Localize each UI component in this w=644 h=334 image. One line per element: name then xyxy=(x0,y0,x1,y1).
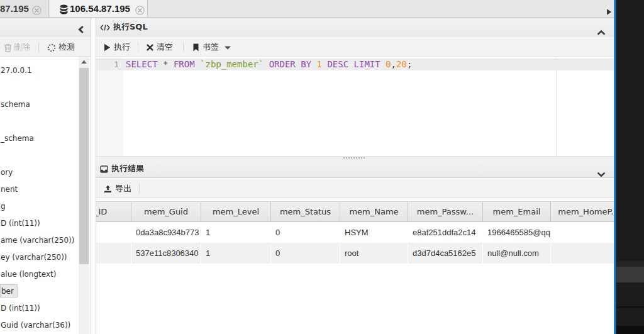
tree-item-label: alue (longtext) xyxy=(0,270,56,279)
check-button[interactable] xyxy=(47,37,75,57)
grid-header-cell[interactable]: mem_Email xyxy=(483,202,551,221)
tree-item[interactable]: ory xyxy=(0,164,79,181)
tree-item-label: _schema xyxy=(0,134,34,143)
tree-item[interactable]: Guid (varchar(36)) xyxy=(0,317,79,334)
grid-data-row[interactable]: 537e11c830634010rootd3d7d4ca5162e5null@n… xyxy=(96,243,614,264)
sidebar: 27.0.0.1schema_schemaorynentgD (int(11))… xyxy=(0,18,91,334)
grid-data-row[interactable]: 0da3a8c934b77310HSYMe8af251ddfa2c1419664… xyxy=(96,222,614,243)
tree-item[interactable]: g xyxy=(0,198,79,215)
export-button-label xyxy=(115,184,131,193)
sidebar-toolbar xyxy=(0,37,91,57)
scrollbar-thumb[interactable] xyxy=(79,68,89,264)
sql-editor[interactable]: 1 SELECT * FROM `zbp_member` ORDER BY 1 … xyxy=(96,57,614,156)
sidebar-collapse-button[interactable] xyxy=(77,23,86,31)
grid-cell: 1966465585@qq xyxy=(483,222,551,243)
sql-token-keyword: FROM xyxy=(174,59,195,69)
grid-header-cell[interactable]: mem_Name xyxy=(340,202,408,221)
editor-gutter: 1 xyxy=(96,57,123,156)
tree-item-label: 27.0.0.1 xyxy=(0,66,32,75)
results-icon xyxy=(100,165,108,173)
delete-button-label xyxy=(14,42,30,52)
grid-cell: 0 xyxy=(271,243,340,264)
check-button-label xyxy=(58,42,75,52)
export-button[interactable] xyxy=(104,179,131,198)
tree-item[interactable]: ber xyxy=(0,283,79,300)
results-grid-viewport: mem_IDmem_Guidmem_Levelmem_Statusmem_Nam… xyxy=(96,201,614,264)
grid-header-cell[interactable]: mem_HomeP... xyxy=(551,202,614,221)
bookmark-icon xyxy=(192,43,199,52)
grid-cell: 1 xyxy=(201,243,271,264)
sql-panel-collapse-button[interactable] xyxy=(596,23,606,31)
export-icon xyxy=(104,185,112,193)
chevron-down-icon xyxy=(596,170,606,179)
sql-token-keyword: BY xyxy=(301,59,311,69)
caret-down-icon xyxy=(225,42,231,52)
desktop-band xyxy=(616,261,644,267)
grid-header-cell[interactable]: mem_Guid xyxy=(131,202,201,221)
tree-item[interactable]: D (int(11)) xyxy=(0,300,79,317)
sql-panel-title: SQL xyxy=(113,22,148,31)
grid-header-cell[interactable]: mem_Level xyxy=(201,202,271,221)
tab-close-button[interactable] xyxy=(32,4,42,13)
scroll-up-button[interactable] xyxy=(79,57,89,67)
tree-item[interactable]: 27.0.0.1 xyxy=(0,62,79,79)
tree-item-label: nent xyxy=(0,185,18,194)
results-panel-header xyxy=(96,159,614,178)
tree-item-label: ory xyxy=(0,168,13,177)
tree-item-label: g xyxy=(0,202,6,211)
bookmark-button-label xyxy=(203,42,219,52)
tree-item[interactable]: D (int(11)) xyxy=(0,215,79,232)
tree-item-label: Guid (varchar(36)) xyxy=(0,321,70,330)
delete-button[interactable] xyxy=(4,37,30,57)
sql-token-keyword: DESC xyxy=(327,59,348,69)
sql-panel-header: SQL xyxy=(96,18,614,36)
tab-server-2-active[interactable]: 106.54.87.195 xyxy=(50,0,148,17)
code-icon xyxy=(100,24,110,31)
tree-item-label: ame (varchar(250)) xyxy=(0,236,75,245)
line-number: 1 xyxy=(114,58,119,70)
results-panel-collapse-button[interactable] xyxy=(596,164,606,173)
close-icon xyxy=(32,6,42,15)
tree-item[interactable]: nent xyxy=(0,181,79,198)
tree-scrollbar[interactable] xyxy=(79,57,89,334)
splitter-handle[interactable] xyxy=(343,157,366,159)
main-panel: SQL 1 SELECT * FROM `zbp_member` ORDER B… xyxy=(96,18,614,334)
sql-token-plain xyxy=(311,59,316,69)
run-button[interactable] xyxy=(103,37,130,57)
grid-cell: 0da3a8c934b773 xyxy=(131,222,201,243)
tree-item[interactable]: ey (varchar(250)) xyxy=(0,249,79,266)
editor-print-margin xyxy=(556,57,557,156)
grid-header-cell[interactable]: mem_Passw... xyxy=(408,202,483,221)
tree-item[interactable]: alue (longtext) xyxy=(0,266,79,283)
results-icon xyxy=(100,164,108,173)
sql-token-plain xyxy=(296,59,301,69)
toolbar-separator xyxy=(183,42,184,52)
sql-token-plain: ; xyxy=(407,59,412,69)
grid-cell: null@null.com xyxy=(483,243,551,264)
clear-icon xyxy=(147,44,153,51)
tree-item[interactable]: schema xyxy=(0,96,79,113)
sql-toolbar xyxy=(96,37,614,57)
tree-item-label: D (int(11)) xyxy=(0,304,40,313)
sql-token-number: 1 xyxy=(317,59,322,69)
grid-cell: 0 xyxy=(271,222,340,243)
grid-cell xyxy=(551,243,614,264)
grid-header-cell[interactable]: mem_ID xyxy=(96,202,131,221)
tab-close-button[interactable] xyxy=(135,4,145,13)
sql-token-plain xyxy=(158,59,163,69)
bookmark-button[interactable] xyxy=(192,37,231,57)
desktop-band xyxy=(616,267,644,282)
sql-token-keyword: LIMIT xyxy=(354,59,380,69)
sql-token-identifier: `zbp_member` xyxy=(200,59,264,69)
tab-scroll-right-button[interactable] xyxy=(605,5,613,13)
tab-label: 106.54.87.195 xyxy=(70,0,130,17)
tree-item[interactable]: _schema xyxy=(0,130,79,147)
tree-item-label: schema xyxy=(0,100,30,109)
sql-code-line[interactable]: SELECT * FROM `zbp_member` ORDER BY 1 DE… xyxy=(126,58,412,70)
grid-cell: 1 xyxy=(201,222,271,243)
tab-server-1[interactable]: 87.195 xyxy=(0,0,49,17)
grid-header-cell[interactable]: mem_Status xyxy=(271,202,340,221)
tree-item[interactable]: ame (varchar(250)) xyxy=(0,232,79,249)
clear-button[interactable] xyxy=(147,37,173,57)
check-loader-icon xyxy=(47,43,56,52)
